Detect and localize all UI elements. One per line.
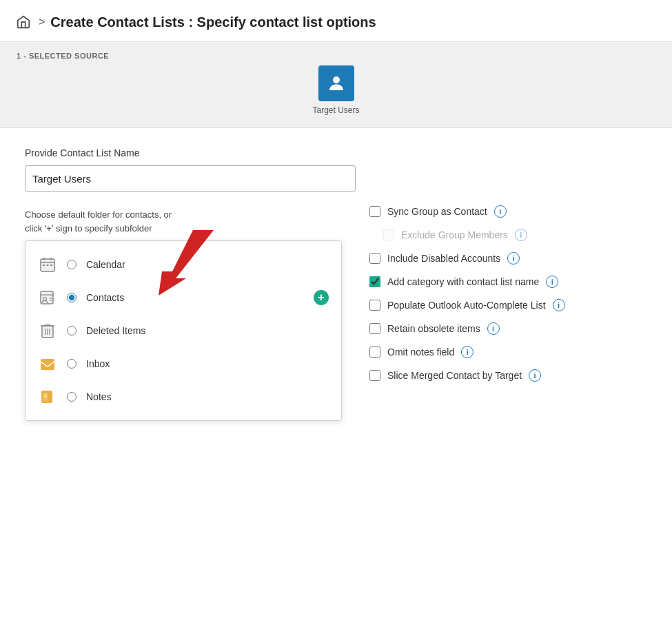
main-two-col: Choose default folder for contacts, or c… bbox=[25, 200, 647, 421]
option-add-category: Add category with contact list name i bbox=[369, 276, 647, 288]
option-populate-autocomplete: Populate Outlook Auto-Complete List i bbox=[369, 299, 647, 311]
option-include-disabled: Include Disabled Accounts i bbox=[369, 252, 647, 265]
option-sync-group: Sync Group as Contact i bbox=[369, 205, 647, 218]
notes-icon bbox=[38, 387, 57, 406]
folder-item-contacts[interactable]: Contacts + bbox=[26, 281, 341, 314]
slice-merged-checkbox[interactable] bbox=[369, 370, 380, 381]
sync-group-info-icon[interactable]: i bbox=[494, 205, 507, 218]
option-exclude-members: Exclude Group Members i bbox=[383, 229, 647, 241]
exclude-members-label: Exclude Group Members bbox=[401, 229, 508, 240]
retain-obsolete-info-icon[interactable]: i bbox=[487, 322, 500, 335]
folder-item-deleted[interactable]: Deleted Items bbox=[26, 314, 341, 347]
omit-notes-label: Omit notes field bbox=[387, 347, 454, 358]
calendar-radio[interactable] bbox=[67, 260, 77, 269]
source-item: Target Users bbox=[17, 65, 655, 115]
name-label: Provide Contact List Name bbox=[25, 147, 647, 158]
include-disabled-checkbox[interactable] bbox=[369, 253, 380, 264]
breadcrumb-bar: > Create Contact Lists : Specify contact… bbox=[0, 0, 672, 42]
notes-label: Notes bbox=[86, 391, 329, 402]
source-icon bbox=[318, 65, 354, 101]
breadcrumb-title: Create Contact Lists : Specify contact l… bbox=[50, 14, 376, 30]
add-category-info-icon[interactable]: i bbox=[546, 276, 558, 288]
inbox-radio[interactable] bbox=[67, 359, 77, 369]
notes-radio[interactable] bbox=[67, 392, 77, 402]
folder-item-inbox[interactable]: Inbox bbox=[26, 347, 341, 380]
omit-notes-checkbox[interactable] bbox=[369, 347, 380, 358]
selected-source-label: 1 - SELECTED SOURCE bbox=[17, 52, 655, 60]
add-category-label: Add category with contact list name bbox=[387, 276, 539, 287]
include-disabled-info-icon[interactable]: i bbox=[507, 252, 520, 265]
exclude-members-info-icon[interactable]: i bbox=[515, 229, 527, 241]
breadcrumb-separator: > bbox=[39, 16, 45, 28]
sync-group-label: Sync Group as Contact bbox=[387, 206, 487, 217]
main-content: Provide Contact List Name Choose default… bbox=[0, 128, 672, 437]
folder-item-notes[interactable]: Notes bbox=[26, 380, 341, 413]
option-retain-obsolete: Retain obsolete items i bbox=[369, 322, 647, 335]
contacts-radio[interactable] bbox=[67, 293, 77, 302]
sync-group-checkbox[interactable] bbox=[369, 206, 380, 217]
include-disabled-label: Include Disabled Accounts bbox=[387, 253, 500, 264]
source-name: Target Users bbox=[312, 105, 359, 115]
populate-autocomplete-checkbox[interactable] bbox=[369, 300, 380, 311]
option-omit-notes: Omit notes field i bbox=[369, 346, 647, 358]
option-slice-merged: Slice Merged Contact by Target i bbox=[369, 369, 647, 382]
contacts-label: Contacts bbox=[86, 292, 304, 303]
options-panel: Sync Group as Contact i Exclude Group Me… bbox=[369, 200, 647, 393]
folder-instruction: Choose default folder for contacts, or c… bbox=[25, 208, 342, 235]
retain-obsolete-checkbox[interactable] bbox=[369, 323, 380, 334]
retain-obsolete-label: Retain obsolete items bbox=[387, 323, 480, 334]
svg-rect-7 bbox=[47, 265, 49, 266]
folder-item-calendar[interactable]: Calendar bbox=[26, 248, 341, 281]
selected-source-section: 1 - SELECTED SOURCE Target Users bbox=[0, 42, 672, 128]
folder-section: Choose default folder for contacts, or c… bbox=[25, 200, 342, 421]
svg-rect-8 bbox=[50, 265, 52, 266]
inbox-icon bbox=[38, 354, 57, 373]
populate-autocomplete-label: Populate Outlook Auto-Complete List bbox=[387, 300, 546, 311]
svg-rect-6 bbox=[43, 265, 45, 266]
contact-list-name-input[interactable] bbox=[25, 165, 356, 192]
svg-point-0 bbox=[333, 76, 340, 83]
contacts-add-button[interactable]: + bbox=[314, 290, 329, 305]
populate-autocomplete-info-icon[interactable]: i bbox=[553, 299, 565, 311]
deleted-radio[interactable] bbox=[67, 326, 77, 335]
deleted-label: Deleted Items bbox=[86, 325, 329, 336]
deleted-icon bbox=[38, 321, 57, 340]
add-category-checkbox[interactable] bbox=[369, 276, 380, 287]
omit-notes-info-icon[interactable]: i bbox=[461, 346, 474, 358]
slice-merged-info-icon[interactable]: i bbox=[529, 369, 541, 382]
home-icon[interactable] bbox=[14, 12, 33, 32]
inbox-label: Inbox bbox=[86, 358, 329, 369]
contacts-icon bbox=[38, 288, 57, 307]
folder-dropdown-panel: Calendar bbox=[25, 240, 342, 421]
calendar-icon bbox=[38, 255, 57, 274]
slice-merged-label: Slice Merged Contact by Target bbox=[387, 370, 522, 381]
svg-rect-19 bbox=[41, 359, 54, 370]
calendar-label: Calendar bbox=[86, 259, 329, 270]
exclude-members-checkbox[interactable] bbox=[383, 229, 394, 240]
